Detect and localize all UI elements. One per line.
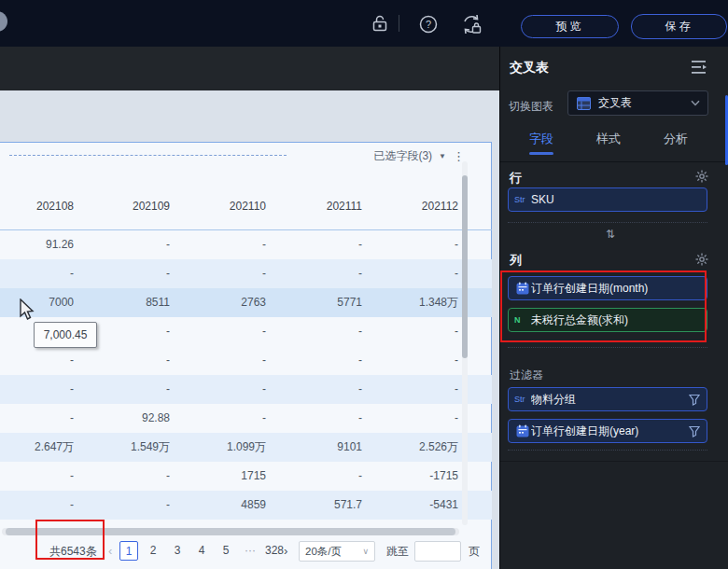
table-cell[interactable]: - <box>266 404 362 433</box>
column-header[interactable]: 202108 <box>0 183 74 229</box>
table-cell[interactable]: - <box>362 317 458 346</box>
table-cell[interactable]: - <box>0 404 74 433</box>
table-cell[interactable]: - <box>74 375 170 404</box>
swap-axes-icon[interactable]: ⇅ <box>606 228 615 241</box>
table-cell[interactable]: - <box>170 404 266 433</box>
table-cell[interactable]: 1.549万 <box>74 433 170 462</box>
table-row[interactable]: 70008511276357711.348万 <box>0 288 492 317</box>
table-cell[interactable]: - <box>170 317 266 346</box>
table-row[interactable]: -92.88--- <box>0 404 492 433</box>
preview-button[interactable]: 预览 <box>521 15 619 38</box>
tab-样式[interactable]: 样式 <box>596 131 621 155</box>
table-row[interactable]: ----- <box>0 346 492 375</box>
column-header[interactable]: 202112 <box>362 183 458 229</box>
table-cell[interactable]: - <box>266 346 362 375</box>
outline-list-icon[interactable] <box>691 60 709 75</box>
table-cell[interactable]: - <box>170 230 266 259</box>
table-cell[interactable]: 92.88 <box>74 404 170 433</box>
save-button[interactable]: 保存 <box>631 14 727 39</box>
table-cell[interactable]: 1715 <box>170 462 266 491</box>
table-cell[interactable]: 1.348万 <box>362 288 458 317</box>
table-cell[interactable]: - <box>0 462 74 491</box>
tab-分析[interactable]: 分析 <box>664 131 688 155</box>
prev-page-button[interactable]: ‹ <box>108 537 112 565</box>
filter-funnel-icon[interactable] <box>688 425 701 437</box>
page-number[interactable]: 5 <box>217 541 235 561</box>
page-number[interactable]: 1 <box>119 541 138 561</box>
page-number[interactable]: 2 <box>144 541 162 561</box>
table-cell[interactable]: - <box>170 259 266 288</box>
table-cell[interactable]: 8511 <box>74 288 170 317</box>
table-cell[interactable]: 2.526万 <box>362 433 458 462</box>
table-cell[interactable]: 2.647万 <box>0 433 74 462</box>
table-cell[interactable]: 4859 <box>170 491 266 520</box>
table-cell[interactable]: - <box>0 259 74 288</box>
table-row[interactable]: ----- <box>0 259 492 288</box>
avatar[interactable] <box>0 11 7 32</box>
jump-page-input[interactable] <box>414 541 461 562</box>
table-cell[interactable]: - <box>0 491 74 520</box>
table-cell[interactable]: - <box>266 375 362 404</box>
table-cell[interactable]: 91.26 <box>0 230 74 259</box>
table-cell[interactable]: - <box>266 230 362 259</box>
selected-fields-dropdown[interactable]: 已选字段(3) ▼ ⋮ <box>373 148 465 164</box>
sync-permissions-icon[interactable] <box>459 12 483 36</box>
table-cell[interactable]: - <box>266 462 362 491</box>
columns-field-list: 订单行创建日期(month)N未税行总金额(求和) <box>508 276 707 332</box>
field-chip[interactable]: Str物料分组 <box>508 387 707 411</box>
table-cell[interactable]: 9101 <box>266 433 362 462</box>
table-cell[interactable]: - <box>362 230 458 259</box>
table-cell[interactable]: - <box>0 346 74 375</box>
cross-table-widget[interactable]: 已选字段(3) ▼ ⋮ 2021082021092021102021112021… <box>0 142 492 569</box>
help-icon[interactable]: ? <box>418 14 439 35</box>
field-chip[interactable]: StrSKU <box>508 187 707 212</box>
table-cell[interactable]: - <box>362 375 458 404</box>
field-chip[interactable]: 订单行创建日期(month) <box>508 276 707 300</box>
table-cell[interactable]: - <box>170 346 266 375</box>
next-page-button[interactable]: › <box>284 537 287 565</box>
column-header[interactable]: 202109 <box>74 183 170 229</box>
table-cell[interactable]: - <box>266 317 362 346</box>
table-cell[interactable]: - <box>0 375 74 404</box>
column-header[interactable]: 202110 <box>170 183 266 229</box>
table-row[interactable]: ----- <box>0 375 492 404</box>
field-chip[interactable]: N未税行总金额(求和) <box>508 308 707 332</box>
lock-icon[interactable] <box>371 14 389 33</box>
table-row[interactable]: 2.647万1.549万1.099万91012.526万 <box>0 433 492 462</box>
filter-funnel-icon[interactable] <box>688 394 701 406</box>
page-size-select[interactable]: 20条/页 ∨ <box>299 541 375 562</box>
table-cell[interactable]: - <box>74 259 170 288</box>
page-number[interactable]: 328 <box>265 541 284 561</box>
table-cell[interactable]: 1.099万 <box>170 433 266 462</box>
table-cell[interactable]: - <box>74 230 170 259</box>
table-cell[interactable]: - <box>170 375 266 404</box>
widget-title-placeholder[interactable] <box>9 155 287 156</box>
page-number[interactable]: 4 <box>192 541 211 561</box>
table-cell[interactable]: 2763 <box>170 288 266 317</box>
table-row[interactable]: --4859571.7-5431 <box>0 491 492 520</box>
table-cell[interactable]: - <box>362 346 458 375</box>
string-type-icon: Str <box>514 395 531 404</box>
table-cell[interactable]: - <box>362 404 458 433</box>
table-cell[interactable]: - <box>74 491 170 520</box>
table-cell[interactable]: - <box>74 346 170 375</box>
chart-type-select[interactable]: 交叉表 <box>567 90 708 116</box>
page-number[interactable]: 3 <box>168 541 187 561</box>
table-cell[interactable]: 5771 <box>266 288 362 317</box>
gear-icon[interactable] <box>695 170 708 183</box>
column-header[interactable]: 202111 <box>266 183 362 229</box>
table-cell[interactable]: - <box>362 259 458 288</box>
table-cell[interactable]: 571.7 <box>266 491 362 520</box>
tab-字段[interactable]: 字段 <box>529 131 553 155</box>
table-cell[interactable]: - <box>74 462 170 491</box>
table-cell[interactable]: 7000 <box>0 288 74 317</box>
field-chip[interactable]: 订单行创建日期(year) <box>508 419 707 443</box>
vertical-scrollbar-thumb[interactable] <box>462 175 468 358</box>
gear-icon[interactable] <box>695 253 708 266</box>
horizontal-scrollbar-thumb[interactable] <box>6 528 455 535</box>
table-cell[interactable]: -1715 <box>362 462 458 491</box>
table-cell[interactable]: - <box>266 259 362 288</box>
table-row[interactable]: --1715--1715 <box>0 462 492 491</box>
table-cell[interactable]: -5431 <box>362 491 458 520</box>
table-row[interactable]: 91.26---- <box>0 230 492 259</box>
